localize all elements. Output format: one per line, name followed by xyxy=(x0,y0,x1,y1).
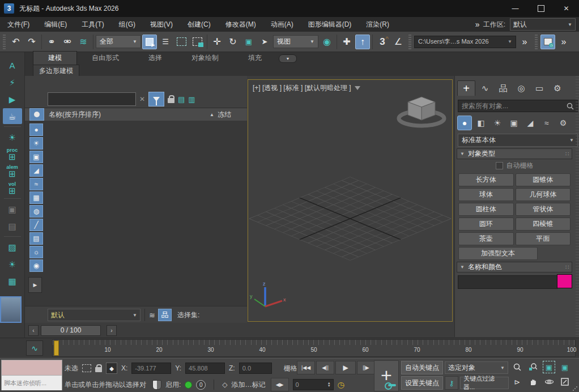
listener-output-pane[interactable]: 脚本迷你侦听... xyxy=(2,376,62,390)
menu-item-8[interactable]: 图形编辑器(D) xyxy=(301,18,359,32)
alembic-create-icon[interactable]: alem⊞ xyxy=(3,163,22,179)
window-panel-icon[interactable]: ▦ xyxy=(3,273,22,289)
primitive-button[interactable]: 圆柱体 xyxy=(458,203,514,216)
previous-frame-button[interactable]: ◀|| xyxy=(316,361,334,374)
go-to-start-button[interactable]: |◀◀ xyxy=(297,361,315,374)
prev-frame-button[interactable]: ‹ xyxy=(28,325,39,336)
ribbon-minimize-button[interactable]: ▼ xyxy=(279,54,297,63)
autobackup-save-button[interactable]: ◷ xyxy=(540,35,555,49)
primitive-button[interactable]: 加强型文本 xyxy=(458,247,538,260)
lights-pair-icon[interactable]: ☀ xyxy=(3,256,22,272)
named-selection-icon[interactable]: 品 xyxy=(158,309,172,321)
zoom-extents-all-icon[interactable]: ▣ xyxy=(559,361,571,373)
timeline-ruler[interactable]: 0102030405060708090100 xyxy=(52,339,576,357)
maximize-viewport-icon[interactable] xyxy=(559,376,571,388)
menu-overflow-icon[interactable]: » xyxy=(475,20,479,29)
next-frame-button[interactable]: › xyxy=(107,325,117,336)
cat-cameras-icon[interactable]: ▣ xyxy=(506,116,521,130)
autogrid-checkbox[interactable] xyxy=(496,162,503,169)
search-icon[interactable] xyxy=(567,103,574,110)
toolbar-grip[interactable] xyxy=(535,35,538,49)
filter-biped-icon[interactable]: ☼ xyxy=(29,246,43,258)
angle-snap-button[interactable]: ∠ xyxy=(391,35,406,49)
column-icon[interactable] xyxy=(29,108,44,121)
minimize-button[interactable]: — xyxy=(503,0,528,17)
workspace-dropdown[interactable]: 默认 ▼ xyxy=(510,18,576,31)
menu-item-0[interactable]: 文件(F) xyxy=(0,18,37,32)
lock-icon[interactable] xyxy=(168,98,174,103)
viewport-filter-icon[interactable] xyxy=(355,86,360,90)
tab-create[interactable]: + xyxy=(457,80,475,96)
filter-spacewarps-icon[interactable]: ≈ xyxy=(29,178,43,190)
primitive-category-dropdown[interactable]: 标准基本体 ▼ xyxy=(458,134,578,147)
ribbon-tab[interactable]: 建模 xyxy=(33,51,77,65)
active-layer-dropdown[interactable]: 默认 ▼ xyxy=(48,309,141,321)
layer-images-icon[interactable]: ▨ xyxy=(3,239,22,255)
proc-create-icon[interactable]: proc⊞ xyxy=(3,146,22,162)
adaptive-degradation-icon[interactable] xyxy=(152,380,161,390)
primitive-button[interactable]: 长方体 xyxy=(458,173,514,186)
primitive-button[interactable]: 几何球体 xyxy=(516,188,571,201)
menu-item-1[interactable]: 编辑(E) xyxy=(37,18,74,32)
primitive-button[interactable]: 茶壶 xyxy=(458,232,514,245)
menu-item-9[interactable]: 渲染(R) xyxy=(359,18,397,32)
menu-item-5[interactable]: 创建(C) xyxy=(180,18,218,32)
select-manipulate-button[interactable]: ✚ xyxy=(339,35,354,49)
toolbar-overflow2-button[interactable]: » xyxy=(556,35,571,49)
absolute-mode-toggle[interactable]: ◆ xyxy=(106,363,117,374)
listener-macro-pane[interactable] xyxy=(2,360,62,376)
filter-bones-icon[interactable]: ╱ xyxy=(29,219,43,231)
tab-utilities[interactable]: ⚙ xyxy=(549,81,566,96)
search-all-objects-field[interactable]: 搜索所有对象... xyxy=(458,100,578,112)
spinner-arrows-icon[interactable]: ▲▼ xyxy=(327,382,331,387)
cat-helpers-icon[interactable]: ◢ xyxy=(523,116,538,130)
menu-item-7[interactable]: 动画(A) xyxy=(263,18,301,32)
primitive-button[interactable]: 圆环 xyxy=(458,218,514,231)
volume-create-icon[interactable]: vol⊞ xyxy=(3,180,22,196)
object-name-field[interactable] xyxy=(458,275,557,289)
name-column-header[interactable]: 名称(按升序排序) xyxy=(49,110,101,120)
window-crossing-button[interactable] xyxy=(190,35,205,49)
primitive-button[interactable]: 圆锥体 xyxy=(516,173,571,186)
play-button[interactable]: ▶ xyxy=(335,361,356,374)
primitive-button[interactable]: 四棱锥 xyxy=(516,218,571,231)
filter-visibility-icon[interactable]: ◉ xyxy=(29,259,43,272)
explorer-filter-button[interactable] xyxy=(148,92,164,106)
zoom-all-icon[interactable] xyxy=(527,361,539,373)
cat-shapes-icon[interactable]: ◧ xyxy=(474,116,488,130)
filter-cameras-icon[interactable]: ▣ xyxy=(29,151,43,163)
zoom-icon[interactable] xyxy=(511,361,523,373)
orbit-icon[interactable] xyxy=(543,376,555,388)
script-run-icon[interactable]: ▶ xyxy=(3,91,22,107)
set-keys-button[interactable]: + xyxy=(374,360,399,391)
use-center-button[interactable]: ◉ xyxy=(320,35,334,49)
ribbon-tab[interactable]: 对象绘制 xyxy=(177,52,233,65)
explorer-flyout-button[interactable]: ▶ xyxy=(28,277,42,293)
window-resize-grip[interactable] xyxy=(573,386,577,391)
toolbar-grip[interactable] xyxy=(3,35,6,49)
notes-icon[interactable]: ▤ xyxy=(3,218,22,234)
scene-converter-icon[interactable]: ☕ xyxy=(3,108,22,124)
explorer-search-input[interactable] xyxy=(48,92,136,106)
select-rotate-button[interactable]: ↻ xyxy=(225,35,240,49)
maxscript-editor-icon[interactable]: A xyxy=(3,57,22,73)
light-analysis-icon[interactable]: ☀ xyxy=(3,129,22,145)
maximize-button[interactable] xyxy=(528,0,554,17)
ribbon-tab[interactable]: 自由形式 xyxy=(77,52,134,65)
mini-curve-editor-button[interactable]: ∿ xyxy=(26,340,43,356)
viewport-label-text[interactable]: [+] [透视 ] [标准 ] [默认明暗处理 ] xyxy=(253,83,351,93)
selection-region-button[interactable] xyxy=(174,35,189,49)
clear-search-icon[interactable]: ✕ xyxy=(139,95,145,103)
auto-key-button[interactable]: 自动关键点 xyxy=(401,361,443,374)
x-coordinate-field[interactable]: -39.177 xyxy=(131,363,171,374)
toolbar-grip[interactable] xyxy=(408,35,411,49)
layer-color-thumbnail[interactable] xyxy=(0,296,22,323)
filter-geometry-icon[interactable]: ● xyxy=(29,123,43,136)
menu-item-4[interactable]: 视图(V) xyxy=(143,18,180,32)
z-coordinate-field[interactable]: 0.0 xyxy=(239,363,272,374)
cat-lights-icon[interactable]: ☀ xyxy=(490,116,505,130)
tab-motion[interactable]: ◎ xyxy=(513,81,530,96)
time-slider[interactable]: 0 / 100 xyxy=(41,325,101,336)
flat-view-icon[interactable]: ▥ xyxy=(188,95,195,104)
selected-objects-dropdown[interactable]: 选定对象 ▼ xyxy=(445,361,508,374)
